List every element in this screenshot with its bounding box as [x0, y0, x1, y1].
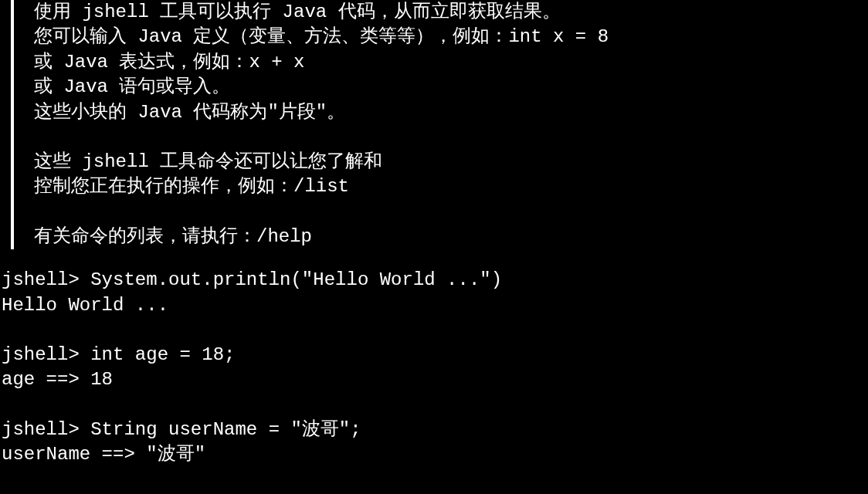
terminal-output[interactable]: jshell> System.out.println("Hello World …	[0, 268, 868, 467]
command-text: System.out.println("Hello World ...")	[90, 269, 502, 290]
prompt: jshell>	[2, 344, 90, 365]
intro-text: 使用 jshell 工具可以执行 Java 代码，从而立即获取结果。 您可以输入…	[34, 0, 609, 249]
prompt: jshell>	[2, 419, 90, 440]
intro-line: 使用 jshell 工具可以执行 Java 代码，从而立即获取结果。	[34, 0, 609, 25]
intro-blank-line	[34, 200, 609, 225]
intro-block: 使用 jshell 工具可以执行 Java 代码，从而立即获取结果。 您可以输入…	[0, 0, 868, 249]
output-text: userName ==> "波哥"	[2, 442, 868, 467]
prompt-line: jshell> int age = 18;	[2, 343, 868, 367]
prompt-line: jshell> System.out.println("Hello World …	[2, 268, 868, 293]
output-text: age ==> 18	[2, 367, 868, 392]
intro-line: 您可以输入 Java 定义（变量、方法、类等等），例如：int x = 8	[34, 25, 609, 49]
intro-line: 或 Java 语句或导入。	[34, 75, 609, 100]
intro-line: 或 Java 表达式，例如：x + x	[34, 50, 609, 75]
intro-line: 这些小块的 Java 代码称为"片段"。	[34, 100, 609, 125]
command-text: int age = 18;	[90, 344, 235, 365]
intro-line: 这些 jshell 工具命令还可以让您了解和	[34, 150, 609, 174]
output-spacer	[2, 393, 868, 418]
intro-blank-line	[34, 125, 609, 150]
intro-vertical-bar	[11, 0, 14, 249]
output-text: Hello World ...	[2, 293, 868, 318]
output-spacer	[2, 318, 868, 343]
intro-line: 有关命令的列表，请执行：/help	[34, 225, 609, 249]
intro-line: 控制您正在执行的操作，例如：/list	[34, 174, 609, 199]
command-text: String userName = "波哥";	[90, 419, 361, 440]
prompt-line: jshell> String userName = "波哥";	[2, 418, 868, 442]
prompt: jshell>	[2, 269, 90, 290]
